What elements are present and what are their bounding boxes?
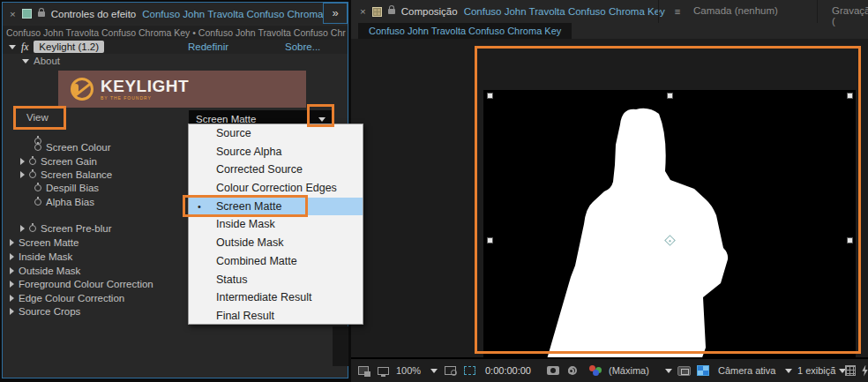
menu-item-final-result[interactable]: Final Result xyxy=(189,307,363,326)
param-label: Screen Balance xyxy=(41,169,112,180)
close-icon[interactable]: × xyxy=(10,9,16,19)
param-row-screen-pre-blur[interactable]: Screen Pre-blur xyxy=(20,222,112,235)
stopwatch-icon[interactable] xyxy=(29,158,36,165)
reset-effect-link[interactable]: Redefinir xyxy=(188,41,228,52)
footage-panel-tab[interactable]: Gravação ( xyxy=(832,5,868,26)
stopwatch-icon[interactable] xyxy=(29,225,36,232)
expand-icon[interactable] xyxy=(20,225,25,232)
view-layout-value: 1 exibiçã xyxy=(797,365,835,376)
resolution-value: (Máxima) xyxy=(609,365,649,376)
composition-viewer[interactable] xyxy=(351,39,868,357)
param-row-inside-mask[interactable]: Inside Mask xyxy=(10,251,72,263)
param-row-despill-bias[interactable]: Despill Bias xyxy=(34,182,99,194)
collapse-about-icon[interactable] xyxy=(22,59,29,64)
hamburger-menu-icon[interactable]: ≡ xyxy=(675,6,681,17)
pixel-aspect-correction-icon[interactable] xyxy=(845,365,856,376)
param-row-foreground-colour-correction[interactable]: Foreground Colour Correction xyxy=(10,278,153,290)
panel-menu-button[interactable]: » xyxy=(323,3,348,24)
menu-item-status[interactable]: Status xyxy=(189,271,363,289)
effect-name-chip[interactable]: Keylight (1.2) xyxy=(34,41,104,53)
menu-item-colour-correction-edges[interactable]: Colour Correction Edges xyxy=(189,179,363,198)
panel-title-comp-name: Confuso John Travolta Confuso Chroma Key xyxy=(464,6,665,17)
stopwatch-icon[interactable] xyxy=(34,144,41,151)
resolution-control[interactable]: (Máxima) xyxy=(609,359,649,382)
panel-title-comp-name: Confuso John Travolta Confuso Chroma Ke xyxy=(142,9,338,19)
chevron-double-right-icon: » xyxy=(332,6,338,19)
timecode-value: 0:00:00:00 xyxy=(485,365,531,376)
panel-title: Controles do efeito xyxy=(51,9,137,19)
show-snapshot-icon[interactable] xyxy=(568,368,574,374)
lock-icon[interactable] xyxy=(38,11,45,17)
viewer-toolbar: 100% 0:00:00:00 (Máxima) Câmera ativa 1 … xyxy=(351,357,868,382)
param-row-screen-balance[interactable]: Screen Balance xyxy=(20,169,112,181)
layer-handle-mid-right[interactable] xyxy=(847,237,853,243)
expand-icon[interactable] xyxy=(10,281,14,288)
param-row-screen-gain[interactable]: Screen Gain xyxy=(20,155,97,168)
fast-previews-icon[interactable] xyxy=(861,365,868,377)
region-of-interest-button-icon[interactable] xyxy=(677,366,691,376)
menu-item-corrected-source[interactable]: Corrected Source xyxy=(189,161,363,179)
param-row-source-crops[interactable]: Source Crops xyxy=(10,305,80,318)
param-label: Edge Colour Correction xyxy=(19,293,124,303)
expand-icon[interactable] xyxy=(10,295,14,302)
show-channels-icon[interactable] xyxy=(589,365,602,376)
expand-icon[interactable] xyxy=(10,308,14,315)
stopwatch-icon[interactable] xyxy=(34,184,41,191)
magnification-control[interactable]: 100% xyxy=(396,359,421,382)
chevron-down-icon[interactable] xyxy=(785,369,792,373)
close-icon[interactable]: × xyxy=(360,6,366,17)
menu-item-intermediate-result[interactable]: Intermediate Result xyxy=(189,288,363,307)
menu-item-label: Screen Matte xyxy=(216,200,281,213)
chevron-down-icon[interactable] xyxy=(318,117,326,122)
snapshot-camera-icon[interactable] xyxy=(547,366,559,375)
composition-header: × Composição Confuso John Travolta Confu… xyxy=(351,0,868,23)
expand-icon[interactable] xyxy=(10,239,14,246)
composition-frame[interactable] xyxy=(483,90,856,382)
menu-item-screen-matte[interactable]: • Screen Matte xyxy=(189,198,363,216)
layer-handle-top-left[interactable] xyxy=(487,93,493,99)
menu-item-source[interactable]: Source xyxy=(189,124,363,143)
param-row-edge-colour-correction[interactable]: Edge Colour Correction xyxy=(10,292,124,304)
region-of-interest-icon[interactable] xyxy=(464,366,475,375)
stopwatch-icon[interactable] xyxy=(29,171,36,178)
layer-handle-mid-left[interactable] xyxy=(487,237,493,243)
stopwatch-icon[interactable] xyxy=(34,198,41,206)
effect-header-row: fx Keylight (1.2) Redefinir Sobre... xyxy=(3,40,348,54)
param-row-outside-mask[interactable]: Outside Mask xyxy=(10,265,80,277)
composition-panel: × Composição Confuso John Travolta Confu… xyxy=(351,0,868,382)
layer-handle-top-right[interactable] xyxy=(847,93,853,99)
effect-controls-tab[interactable]: Confuso John Travolta Confuso Chroma Key… xyxy=(3,26,348,40)
transparency-grid-icon[interactable] xyxy=(697,365,709,376)
param-label: Despill Bias xyxy=(46,183,99,193)
about-effect-link[interactable]: Sobre... xyxy=(285,41,320,52)
view-layout-control[interactable]: 1 exibiçã xyxy=(797,359,846,382)
layer-handle-top-center[interactable] xyxy=(667,93,673,99)
view-dropdown-menu: Source Source Alpha Corrected Source Col… xyxy=(188,124,363,325)
expand-icon[interactable] xyxy=(10,267,14,274)
menu-item-combined-matte[interactable]: Combined Matte xyxy=(189,252,363,271)
primary-viewer-icon[interactable] xyxy=(358,366,369,375)
expand-icon[interactable] xyxy=(20,158,25,165)
lock-icon[interactable] xyxy=(388,9,395,14)
param-row-alpha-bias[interactable]: Alpha Bias xyxy=(34,196,94,208)
layer-panel-tab[interactable]: Camada (nenhum) xyxy=(693,5,778,16)
menu-item-source-alpha[interactable]: Source Alpha xyxy=(189,143,363,161)
panel-separator xyxy=(817,0,818,23)
chevron-down-icon[interactable] xyxy=(665,369,672,373)
scrollbar-thumb[interactable] xyxy=(333,326,348,366)
toggle-viewer-icon[interactable] xyxy=(378,367,389,375)
expand-icon[interactable] xyxy=(20,171,25,178)
collapse-effect-icon[interactable] xyxy=(9,45,16,49)
param-row-screen-colour[interactable]: Screen Colour xyxy=(34,141,111,154)
param-row-screen-matte[interactable]: Screen Matte xyxy=(10,236,79,249)
about-group-row[interactable]: About xyxy=(22,55,60,67)
expand-icon[interactable] xyxy=(10,253,14,260)
timecode-field[interactable]: 0:00:00:00 xyxy=(485,359,531,382)
chevron-down-icon[interactable] xyxy=(430,369,438,373)
camera-view-control[interactable]: Câmera ativa xyxy=(718,359,775,382)
menu-item-outside-mask[interactable]: Outside Mask xyxy=(189,234,363,252)
composition-tab[interactable]: Confuso John Travolta Confuso Chroma Key xyxy=(358,23,572,39)
param-label: Screen Matte xyxy=(19,237,79,248)
menu-item-inside-mask[interactable]: Inside Mask xyxy=(189,215,363,234)
choose-grid-guides-icon[interactable] xyxy=(445,366,456,375)
